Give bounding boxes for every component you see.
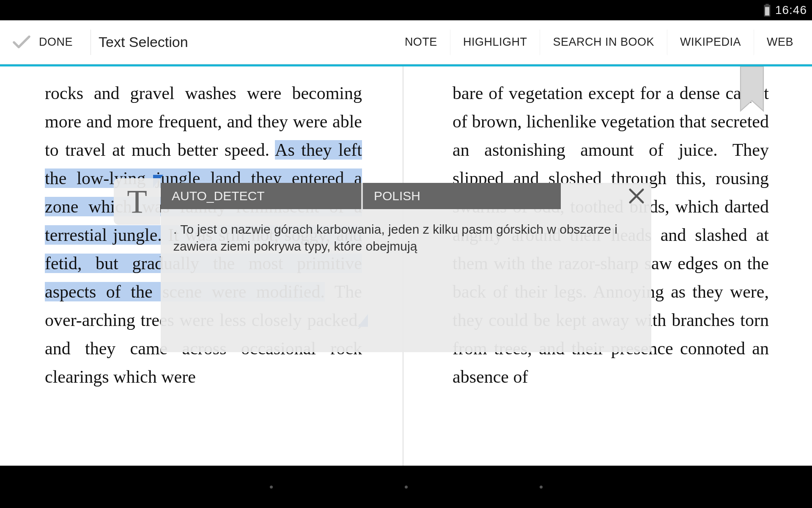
web-button[interactable]: WEB — [754, 30, 806, 54]
divider — [91, 30, 91, 55]
toolbar-title: Text Selection — [99, 34, 188, 50]
navigation-bar — [0, 466, 812, 508]
check-icon — [10, 31, 33, 54]
language-tab-auto-detect[interactable]: AUTO_DETECT — [161, 183, 363, 209]
bookmark-icon[interactable] — [738, 66, 765, 117]
done-button[interactable]: DONE — [6, 26, 83, 59]
note-button[interactable]: NOTE — [392, 30, 450, 54]
translation-popup: T AUTO_DETECT POLISH . To jest o nazwie … — [161, 183, 651, 352]
clock: 16:46 — [775, 3, 807, 17]
popup-body: . To jest o nazwie górach karbowania, je… — [161, 209, 651, 352]
wikipedia-button[interactable]: WIKIPEDIA — [667, 30, 754, 54]
popup-header: AUTO_DETECT POLISH — [161, 183, 651, 209]
text-style-icon[interactable]: T — [114, 178, 160, 225]
language-tab-polish[interactable]: POLISH — [363, 183, 561, 209]
close-button[interactable] — [622, 183, 651, 209]
status-bar: 16:46 — [0, 0, 812, 20]
nav-home-button[interactable] — [405, 486, 408, 489]
nav-back-button[interactable] — [270, 486, 273, 489]
nav-recents-button[interactable] — [540, 486, 543, 489]
search-in-book-button[interactable]: SEARCH IN BOOK — [540, 30, 667, 54]
battery-icon — [763, 4, 771, 17]
reading-pages[interactable]: rocks and gravel washes were becoming mo… — [0, 66, 812, 466]
close-icon — [625, 185, 647, 207]
toolbar-actions: NOTE HIGHLIGHT SEARCH IN BOOK WIKIPEDIA … — [392, 30, 806, 55]
svg-rect-0 — [765, 7, 769, 16]
toolbar: DONE Text Selection NOTE HIGHLIGHT SEARC… — [0, 20, 812, 64]
highlight-button[interactable]: HIGHLIGHT — [450, 30, 540, 54]
content-area: DONE Text Selection NOTE HIGHLIGHT SEARC… — [0, 20, 812, 466]
done-label: DONE — [39, 36, 73, 49]
translation-text: . To jest o nazwie górach karbowania, je… — [173, 221, 639, 255]
